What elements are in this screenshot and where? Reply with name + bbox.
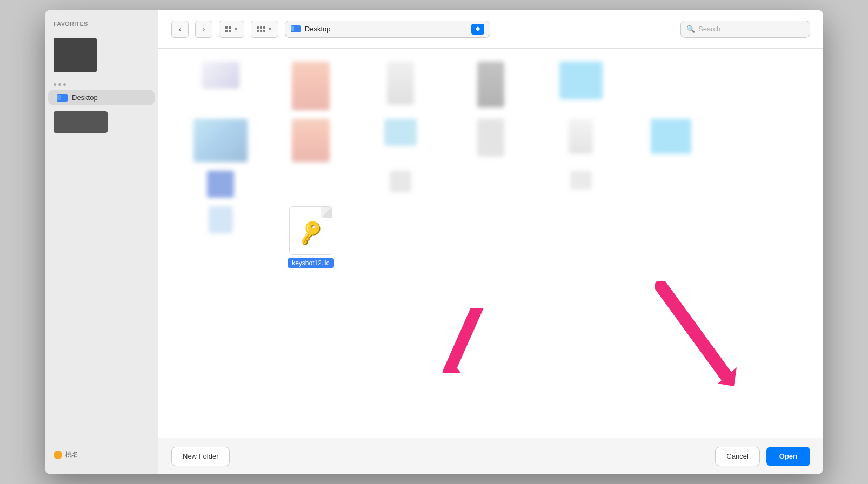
license-file-icon: 🔑 xyxy=(289,206,332,255)
bottom-right-buttons: Cancel Open xyxy=(715,447,810,466)
file-item-14[interactable] xyxy=(536,171,626,198)
sidebar-dots xyxy=(45,79,158,90)
location-folder-icon xyxy=(291,25,301,32)
file-item-empty-7 xyxy=(716,171,806,198)
file-item-empty-8 xyxy=(356,206,446,268)
file-item-empty-9 xyxy=(446,206,536,268)
grid-view-button[interactable]: ▼ xyxy=(219,21,244,38)
location-stepper[interactable] xyxy=(471,24,484,35)
file-item-11[interactable] xyxy=(626,119,716,162)
file-item-empty-6 xyxy=(626,171,716,198)
chevron-down-icon: ▼ xyxy=(233,26,238,32)
sidebar-bottom-info: 桃名 xyxy=(54,450,149,459)
file-thumb-gray2 xyxy=(477,119,504,157)
sidebar-item-desktop-label: Desktop xyxy=(72,93,98,102)
file-item-8[interactable] xyxy=(356,119,446,162)
file-thumb-darkgray xyxy=(477,62,504,107)
svg-line-2 xyxy=(661,286,726,375)
file-thumb-lightblue xyxy=(384,119,417,146)
sidebar-thumbnail-1 xyxy=(54,38,97,72)
file-item-empty-4 xyxy=(266,171,356,198)
stepper-up-icon xyxy=(476,26,480,29)
cancel-button[interactable]: Cancel xyxy=(715,447,759,466)
file-thumb-small-blue xyxy=(209,206,233,233)
pink-arrow-to-file xyxy=(418,308,504,373)
file-item-15[interactable] xyxy=(176,206,266,268)
list-view-button[interactable]: ▼ xyxy=(251,21,278,38)
key-icon: 🔑 xyxy=(296,219,325,247)
file-thumb-skyblue xyxy=(559,62,603,99)
desktop-icon xyxy=(57,94,68,102)
file-thumb-lightgray2 xyxy=(569,119,593,154)
dot-3 xyxy=(63,83,66,86)
svg-line-0 xyxy=(427,308,500,373)
file-item-7[interactable] xyxy=(266,119,356,162)
new-folder-button[interactable]: New Folder xyxy=(171,447,230,466)
file-item-5[interactable] xyxy=(536,62,626,110)
open-file-dialog: Favorites Desktop 桃名 ‹ › xyxy=(45,10,823,474)
file-item-empty-3 xyxy=(716,119,806,162)
file-thumb-blue-grad xyxy=(193,119,248,162)
file-grid: 🔑 keyshot12.lic xyxy=(158,49,823,281)
location-text: Desktop xyxy=(305,25,467,33)
file-item-4[interactable] xyxy=(446,62,536,110)
svg-marker-3 xyxy=(718,367,737,386)
file-thumb-gray3 xyxy=(390,171,411,192)
file-item-12[interactable] xyxy=(176,171,266,198)
sidebar-thumbnail-2 xyxy=(54,111,108,133)
file-item-3[interactable] xyxy=(356,62,446,110)
file-item-empty-2 xyxy=(716,62,806,110)
grid-3x3-icon xyxy=(257,26,265,32)
file-thumb-salmon-2 xyxy=(292,119,330,162)
file-item-9[interactable] xyxy=(446,119,536,162)
dot-1 xyxy=(54,83,56,86)
file-thumb-skyblue-2 xyxy=(651,119,691,154)
file-item-empty-11 xyxy=(626,206,716,268)
file-item-empty-10 xyxy=(536,206,626,268)
favorites-section-label: Favorites xyxy=(45,18,158,31)
main-area: ‹ › ▼ ▼ Desktop xyxy=(158,10,823,474)
pink-arrow-to-open xyxy=(645,281,742,389)
toolbar: ‹ › ▼ ▼ Desktop xyxy=(158,10,823,49)
file-item-6[interactable] xyxy=(176,119,266,162)
file-item-13[interactable] xyxy=(356,171,446,198)
file-item-empty-12 xyxy=(716,206,806,268)
orange-dot xyxy=(54,451,62,459)
file-thumb-small-gray xyxy=(570,171,592,190)
file-item-10[interactable] xyxy=(536,119,626,162)
bottom-bar: New Folder Cancel Open xyxy=(158,438,823,474)
file-item-empty-1 xyxy=(626,62,716,110)
sidebar-item-desktop[interactable]: Desktop xyxy=(48,90,155,105)
license-file-label: keyshot12.lic xyxy=(288,258,333,268)
sidebar-bottom: 桃名 xyxy=(45,443,158,466)
chevron-down-icon-2: ▼ xyxy=(268,26,272,32)
file-item-2[interactable] xyxy=(266,62,356,110)
license-file-item[interactable]: 🔑 keyshot12.lic xyxy=(266,206,356,268)
stepper-down-icon xyxy=(476,29,480,31)
search-placeholder-text: Search xyxy=(698,25,720,33)
dot-2 xyxy=(58,83,61,86)
file-thumb-salmon xyxy=(292,62,330,110)
sidebar: Favorites Desktop 桃名 xyxy=(45,10,158,474)
file-thumb-gray1 xyxy=(387,62,414,105)
file-thumb-navyblue xyxy=(207,171,234,198)
back-button[interactable]: ‹ xyxy=(171,21,189,38)
forward-button[interactable]: › xyxy=(195,21,212,38)
svg-marker-1 xyxy=(433,358,462,373)
search-bar: 🔍 Search xyxy=(680,21,810,38)
open-button[interactable]: Open xyxy=(766,447,810,466)
file-item-1[interactable] xyxy=(176,62,266,110)
file-item-empty-5 xyxy=(446,171,536,198)
location-bar: Desktop xyxy=(285,21,490,38)
file-thumb-lavender xyxy=(202,62,239,89)
grid-2x2-icon xyxy=(225,26,231,32)
